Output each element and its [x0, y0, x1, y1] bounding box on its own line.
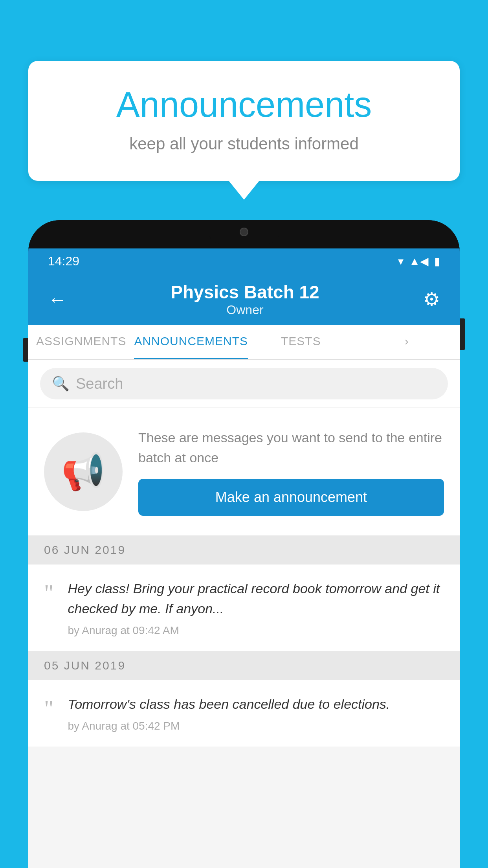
phone-content: 🔍 Search 📢 These are messages you want t… — [28, 360, 460, 868]
announcement-meta-2: by Anurag at 05:42 PM — [68, 720, 444, 732]
announcement-message-2: Tomorrow's class has been cancelled due … — [68, 694, 444, 714]
search-placeholder: Search — [76, 375, 123, 392]
phone-frame: 14:29 ▾ ▲◀ ▮ ← Physics Batch 12 Owner ⚙ … — [28, 220, 460, 868]
announcement-item-1[interactable]: " Hey class! Bring your practical record… — [28, 565, 460, 651]
announcement-meta-1: by Anurag at 09:42 AM — [68, 624, 444, 637]
search-bar[interactable]: 🔍 Search — [40, 368, 448, 399]
settings-icon[interactable]: ⚙ — [423, 288, 440, 310]
quote-icon-2: " — [44, 697, 54, 720]
status-icons: ▾ ▲◀ ▮ — [398, 255, 440, 268]
status-bar: 14:29 ▾ ▲◀ ▮ — [28, 248, 460, 274]
front-camera — [240, 228, 248, 236]
announcement-message-1: Hey class! Bring your practical record b… — [68, 579, 444, 619]
user-role: Owner — [171, 303, 319, 317]
tab-tests[interactable]: TESTS — [248, 325, 354, 359]
bubble-subtitle: keep all your students informed — [60, 134, 428, 153]
quote-icon-1: " — [44, 581, 54, 605]
megaphone-icon: 📢 — [61, 451, 105, 493]
announcement-item-2[interactable]: " Tomorrow's class has been cancelled du… — [28, 680, 460, 747]
search-bar-container: 🔍 Search — [28, 360, 460, 407]
signal-icon: ▲◀ — [409, 255, 429, 268]
status-time: 14:29 — [48, 254, 79, 268]
battery-icon: ▮ — [434, 255, 440, 268]
phone-notch — [209, 220, 279, 244]
wifi-icon: ▾ — [398, 255, 404, 268]
date-separator-1: 06 JUN 2019 — [28, 535, 460, 565]
batch-name: Physics Batch 12 — [171, 281, 319, 303]
bubble-title: Announcements — [60, 85, 428, 125]
promo-description: These are messages you want to send to t… — [138, 428, 444, 468]
phone-top-bar — [28, 220, 460, 248]
back-button[interactable]: ← — [48, 289, 67, 310]
announcement-text-1: Hey class! Bring your practical record b… — [68, 579, 444, 637]
app-header: ← Physics Batch 12 Owner ⚙ — [28, 274, 460, 325]
speech-bubble: Announcements keep all your students inf… — [28, 61, 460, 181]
make-announcement-button[interactable]: Make an announcement — [138, 479, 444, 516]
date-separator-2: 05 JUN 2019 — [28, 651, 460, 680]
tab-assignments[interactable]: ASSIGNMENTS — [28, 325, 134, 359]
volume-button-left — [23, 338, 28, 362]
header-title-block: Physics Batch 12 Owner — [171, 281, 319, 317]
search-icon: 🔍 — [52, 375, 70, 392]
tabs-bar: ASSIGNMENTS ANNOUNCEMENTS TESTS › — [28, 325, 460, 360]
promo-right: These are messages you want to send to t… — [138, 428, 444, 516]
speech-bubble-container: Announcements keep all your students inf… — [28, 61, 460, 181]
megaphone-circle: 📢 — [44, 432, 123, 511]
date-label-1: 06 JUN 2019 — [44, 543, 126, 557]
tab-more[interactable]: › — [354, 325, 460, 359]
phone-container: 14:29 ▾ ▲◀ ▮ ← Physics Batch 12 Owner ⚙ … — [28, 220, 460, 868]
tab-announcements[interactable]: ANNOUNCEMENTS — [134, 325, 248, 359]
announcement-promo: 📢 These are messages you want to send to… — [28, 408, 460, 535]
date-label-2: 05 JUN 2019 — [44, 659, 126, 672]
announcement-text-2: Tomorrow's class has been cancelled due … — [68, 694, 444, 732]
power-button-right — [460, 318, 465, 350]
